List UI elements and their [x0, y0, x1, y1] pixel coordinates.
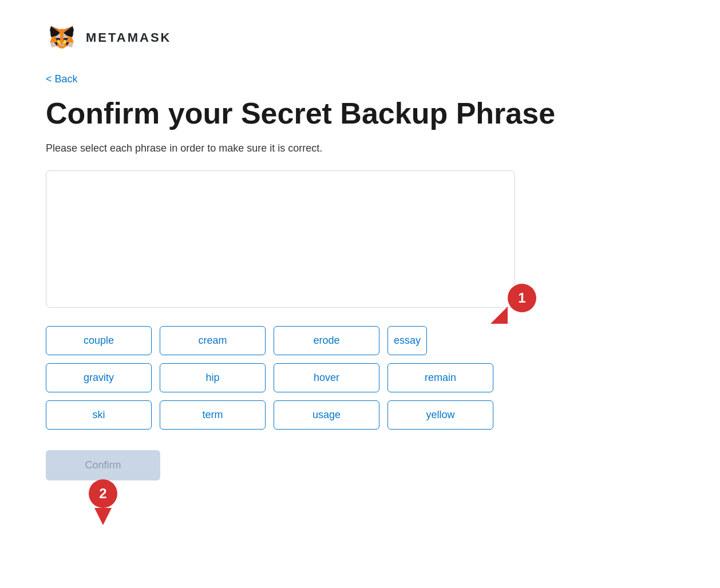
word-btn-essay-container: essay 1 [387, 326, 493, 355]
word-btn-erode[interactable]: erode [274, 326, 379, 355]
confirm-button-container: Confirm 2 [46, 450, 160, 480]
phrase-selection-box [46, 170, 515, 308]
page-subtitle: Please select each phrase in order to ma… [46, 142, 674, 154]
badge-2-circle: 2 [89, 479, 117, 508]
back-link[interactable]: < Back [46, 73, 78, 85]
confirm-button[interactable]: Confirm [46, 450, 160, 480]
word-btn-gravity[interactable]: gravity [46, 363, 152, 392]
word-buttons-grid: couple cream erode essay 1 gravity hip h… [46, 326, 515, 430]
word-btn-term[interactable]: term [160, 400, 266, 430]
word-btn-hip[interactable]: hip [160, 363, 266, 392]
word-btn-cream[interactable]: cream [160, 326, 266, 355]
annotation-badge-2: 2 [80, 479, 126, 525]
word-btn-couple[interactable]: couple [46, 326, 152, 355]
word-btn-yellow[interactable]: yellow [387, 400, 493, 430]
header: METAMASK [46, 23, 674, 53]
metamask-wordmark: METAMASK [86, 30, 171, 45]
svg-marker-23 [60, 44, 64, 46]
metamask-logo-icon [46, 23, 78, 53]
page-title: Confirm your Secret Backup Phrase [46, 97, 674, 131]
annotation-badge-1: 1 [490, 284, 536, 329]
word-btn-essay[interactable]: essay [387, 326, 427, 355]
word-btn-usage[interactable]: usage [274, 400, 379, 430]
word-btn-remain[interactable]: remain [387, 363, 493, 392]
word-btn-hover[interactable]: hover [274, 363, 379, 392]
word-btn-ski[interactable]: ski [46, 400, 152, 430]
badge-1-circle: 1 [508, 284, 536, 312]
